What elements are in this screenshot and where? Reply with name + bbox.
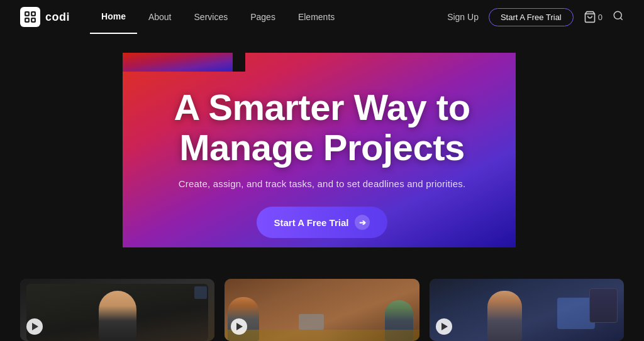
hero-content: A Smarter Way to Manage Projects Create,… xyxy=(161,87,482,239)
nav-elements[interactable]: Elements xyxy=(287,0,346,34)
svg-rect-0 xyxy=(20,7,40,27)
hero-section: A Smarter Way to Manage Projects Create,… xyxy=(0,34,644,279)
navigation: codi Home About Services Pages Elements … xyxy=(0,0,644,34)
svg-point-7 xyxy=(26,19,28,21)
sign-up-link[interactable]: Sign Up xyxy=(447,12,479,22)
svg-point-10 xyxy=(614,11,621,19)
svg-marker-12 xyxy=(123,53,233,72)
thumbnails-row xyxy=(0,279,644,341)
nav-home[interactable]: Home xyxy=(90,0,137,34)
thumbnail-1[interactable] xyxy=(20,279,214,341)
arrow-icon: ➔ xyxy=(355,215,370,230)
hero-title: A Smarter Way to Manage Projects xyxy=(174,87,470,168)
play-button-1[interactable] xyxy=(26,318,43,335)
svg-point-6 xyxy=(32,13,35,15)
nav-about[interactable]: About xyxy=(137,0,183,34)
nav-right: Sign Up Start A Free Trial 0 xyxy=(447,8,624,26)
nav-services[interactable]: Services xyxy=(183,0,240,34)
search-icon xyxy=(613,10,624,21)
play-triangle-icon xyxy=(236,323,243,330)
nav-pages[interactable]: Pages xyxy=(239,0,287,34)
play-triangle-icon xyxy=(441,323,448,330)
thumb-scene-1 xyxy=(20,279,214,341)
svg-point-8 xyxy=(32,19,35,21)
brand-name: codi xyxy=(45,11,70,24)
nav-links: Home About Services Pages Elements xyxy=(90,0,447,34)
search-button[interactable] xyxy=(613,10,624,24)
thumbnail-3[interactable] xyxy=(430,279,624,341)
logo-icon xyxy=(20,7,40,27)
svg-point-5 xyxy=(26,13,28,15)
cart-icon xyxy=(584,11,596,23)
hero-cta-label: Start A Free Trial xyxy=(274,217,349,228)
hero-subtitle: Create, assign, and track tasks, and to … xyxy=(174,178,470,189)
play-triangle-icon xyxy=(32,323,38,330)
thumbnail-2[interactable] xyxy=(225,279,419,341)
thumb-scene-3 xyxy=(430,279,624,341)
play-button-3[interactable] xyxy=(436,318,452,335)
cart-count: 0 xyxy=(598,13,602,22)
nav-cta-button[interactable]: Start A Free Trial xyxy=(489,8,574,26)
cart-button[interactable]: 0 xyxy=(584,11,602,23)
thumb-scene-2 xyxy=(225,279,419,341)
logo[interactable]: codi xyxy=(20,7,70,27)
hero-cta-button[interactable]: Start A Free Trial ➔ xyxy=(257,207,388,238)
